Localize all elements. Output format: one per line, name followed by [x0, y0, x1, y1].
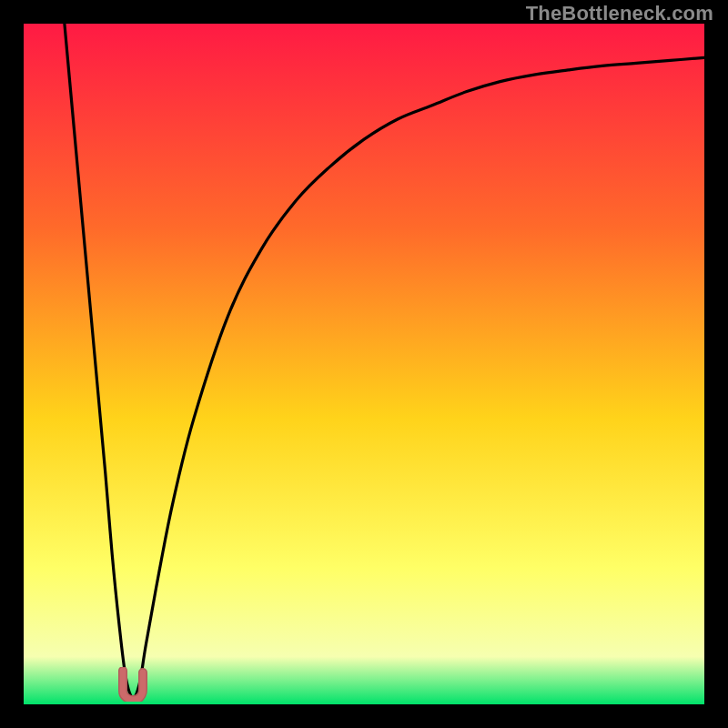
optimum-marker-icon	[117, 667, 152, 702]
plot-area	[24, 24, 704, 704]
bottleneck-curve	[24, 24, 704, 704]
chart-frame: TheBottleneck.com	[0, 0, 728, 728]
watermark-text: TheBottleneck.com	[526, 2, 713, 25]
